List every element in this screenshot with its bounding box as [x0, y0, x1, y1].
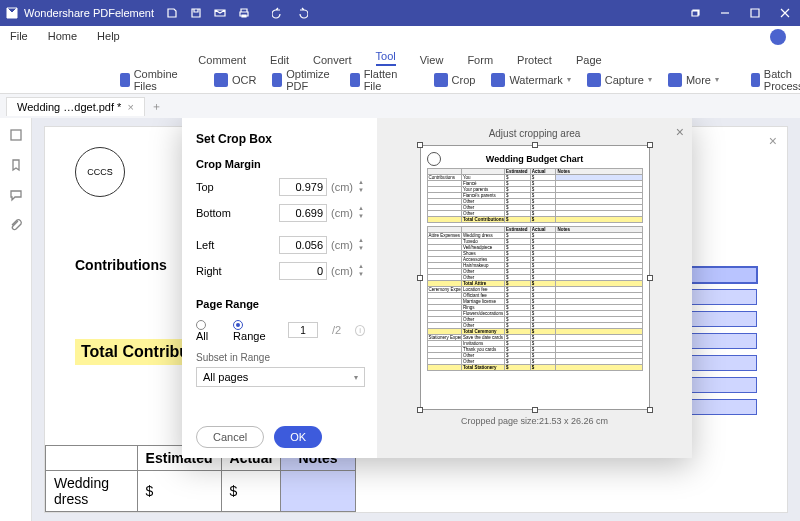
stepper-left[interactable]: ▲▼: [357, 237, 365, 253]
bookmarks-icon[interactable]: [9, 158, 23, 174]
new-tab-icon[interactable]: ＋: [151, 99, 162, 114]
doc-tab-label: Wedding …dget.pdf *: [17, 101, 121, 113]
menu-file[interactable]: File: [10, 30, 28, 42]
subset-label: Subset in Range: [196, 352, 365, 363]
optimize-icon: [272, 73, 282, 87]
tab-page[interactable]: Page: [576, 54, 602, 66]
ribbon-crop[interactable]: Crop: [434, 73, 476, 87]
radio-all[interactable]: All: [196, 318, 219, 342]
tab-comment[interactable]: Comment: [198, 54, 246, 66]
tab-view[interactable]: View: [420, 54, 444, 66]
ribbon-tabs: Comment Edit Convert Tool View Form Prot…: [0, 46, 800, 66]
stepper-right[interactable]: ▲▼: [357, 263, 365, 279]
dialog-close-icon[interactable]: ×: [676, 124, 684, 140]
left-rail: [0, 118, 32, 521]
tab-protect[interactable]: Protect: [517, 54, 552, 66]
preview-logo: [427, 152, 441, 166]
tab-form[interactable]: Form: [467, 54, 493, 66]
canvas: × CCCS Contributions Total Contributions…: [32, 118, 800, 521]
input-bottom[interactable]: [279, 204, 327, 222]
ribbon-ocr[interactable]: OCR: [214, 73, 256, 87]
capture-icon: [587, 73, 601, 87]
label-left: Left: [196, 239, 214, 251]
label-top: Top: [196, 181, 214, 193]
more-icon: [668, 73, 682, 87]
title-bar: Wondershare PDFelement: [0, 0, 800, 26]
radio-range[interactable]: Range: [233, 318, 274, 342]
menu-home[interactable]: Home: [48, 30, 77, 42]
crop-size-readout: Cropped page size:21.53 x 26.26 cm: [461, 416, 608, 426]
crop-margin-header: Crop Margin: [196, 158, 365, 170]
ribbon: Combine Files OCR Optimize PDF Flatten F…: [0, 66, 800, 94]
preview-title: Wedding Budget Chart: [427, 154, 643, 164]
restore-icon[interactable]: [680, 0, 710, 26]
app-title: Wondershare PDFelement: [24, 7, 154, 19]
doc-tab[interactable]: Wedding …dget.pdf * ×: [6, 97, 145, 116]
ribbon-optimize[interactable]: Optimize PDF: [272, 68, 333, 92]
comments-icon[interactable]: [9, 188, 23, 204]
svg-rect-0: [11, 130, 21, 140]
app-logo-icon: [0, 7, 24, 19]
close-icon[interactable]: [770, 0, 800, 26]
dialog-overlay: × Set Crop Box Crop Margin Top (cm) ▲▼ B…: [32, 118, 800, 521]
input-right[interactable]: [279, 262, 327, 280]
document-tabs: Wedding …dget.pdf * × ＋: [0, 94, 800, 118]
combine-icon: [120, 73, 130, 87]
tab-convert[interactable]: Convert: [313, 54, 352, 66]
workspace: × CCCS Contributions Total Contributions…: [0, 118, 800, 521]
ribbon-batch[interactable]: Batch Process: [751, 68, 800, 92]
input-top[interactable]: [279, 178, 327, 196]
info-icon[interactable]: i: [355, 325, 365, 336]
crop-icon: [434, 73, 448, 87]
dialog-title: Set Crop Box: [196, 132, 365, 146]
maximize-icon[interactable]: [740, 0, 770, 26]
tab-tool[interactable]: Tool: [376, 50, 396, 66]
watermark-icon: [491, 73, 505, 87]
preview-table: EstimatedActualNotesContributionsYou$$Fi…: [427, 168, 643, 371]
label-right: Right: [196, 265, 222, 277]
qa-undo-icon[interactable]: [266, 0, 290, 26]
minimize-icon[interactable]: [710, 0, 740, 26]
qa-save-icon[interactable]: [184, 0, 208, 26]
label-bottom: Bottom: [196, 207, 231, 219]
menu-bar: File Home Help: [0, 26, 800, 46]
doc-tab-close-icon[interactable]: ×: [127, 101, 133, 113]
preview-header: Adjust cropping area: [489, 128, 581, 139]
qa-print-icon[interactable]: [232, 0, 256, 26]
cancel-button[interactable]: Cancel: [196, 426, 264, 448]
qa-redo-icon[interactable]: [290, 0, 314, 26]
ribbon-more[interactable]: More▾: [668, 73, 719, 87]
ok-button[interactable]: OK: [274, 426, 322, 448]
menu-help[interactable]: Help: [97, 30, 120, 42]
crop-dialog: × Set Crop Box Crop Margin Top (cm) ▲▼ B…: [182, 118, 692, 458]
stepper-bottom[interactable]: ▲▼: [357, 205, 365, 221]
chevron-down-icon: ▾: [354, 373, 358, 382]
qa-mail-icon[interactable]: [208, 0, 232, 26]
avatar-icon[interactable]: [770, 29, 786, 45]
input-left[interactable]: [279, 236, 327, 254]
crop-preview[interactable]: Wedding Budget Chart EstimatedActualNote…: [420, 145, 650, 410]
ribbon-flatten[interactable]: Flatten File: [350, 68, 402, 92]
attachments-icon[interactable]: [9, 218, 23, 234]
ocr-icon: [214, 73, 228, 87]
ribbon-capture[interactable]: Capture▾: [587, 73, 652, 87]
tab-edit[interactable]: Edit: [270, 54, 289, 66]
stepper-top[interactable]: ▲▼: [357, 179, 365, 195]
flatten-icon: [350, 73, 360, 87]
batch-icon: [751, 73, 760, 87]
ribbon-watermark[interactable]: Watermark▾: [491, 73, 570, 87]
page-range-header: Page Range: [196, 298, 365, 310]
thumbnails-icon[interactable]: [9, 128, 23, 144]
subset-select[interactable]: All pages▾: [196, 367, 365, 387]
range-input[interactable]: [288, 322, 318, 338]
range-total: /2: [332, 324, 341, 336]
qa-open-icon[interactable]: [160, 0, 184, 26]
ribbon-combine[interactable]: Combine Files: [120, 68, 182, 92]
